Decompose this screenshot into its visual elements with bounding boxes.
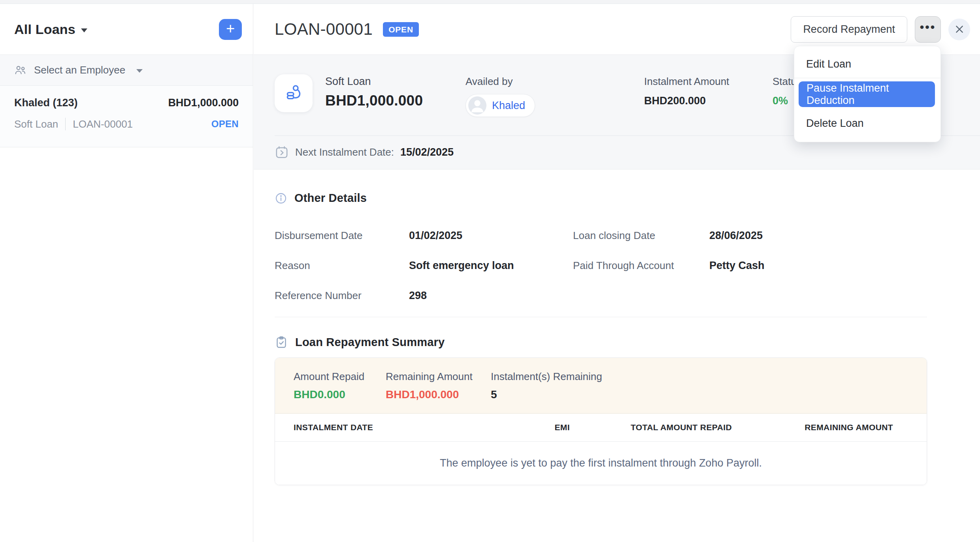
other-details-title: Other Details bbox=[294, 192, 367, 205]
people-icon bbox=[14, 64, 27, 77]
stat-instalments-remaining: Instalment(s) Remaining 5 bbox=[491, 371, 602, 401]
loan-type: Soft Loan bbox=[14, 118, 58, 130]
field-label: Reference Number bbox=[275, 290, 409, 302]
repayment-summary-header: Loan Repayment Summary bbox=[275, 335, 927, 349]
field-label: Loan closing Date bbox=[573, 230, 709, 242]
loans-filter-dropdown[interactable]: All Loans bbox=[14, 22, 87, 37]
field-label: Paid Through Account bbox=[573, 260, 709, 272]
sidebar-title: All Loans bbox=[14, 22, 75, 37]
record-repayment-button[interactable]: Record Repayment bbox=[791, 16, 907, 43]
clipboard-check-icon bbox=[275, 335, 288, 349]
repayment-stats: Amount Repaid BHD0.000 Remaining Amount … bbox=[275, 358, 927, 413]
close-icon bbox=[954, 24, 965, 34]
column-header: TOTAL AMOUNT REPAID bbox=[570, 423, 732, 432]
more-actions-button[interactable]: ••• bbox=[915, 16, 941, 43]
field-value: 298 bbox=[409, 290, 573, 302]
divider bbox=[275, 317, 927, 317]
info-icon bbox=[275, 192, 287, 205]
header-actions: Record Repayment ••• bbox=[791, 16, 970, 43]
plus-icon: + bbox=[226, 21, 235, 36]
instalment-amount-label: Instalment Amount bbox=[644, 75, 729, 88]
user-icon bbox=[468, 96, 486, 115]
page-title: LOAN-00001 bbox=[275, 20, 373, 39]
status-badge: OPEN bbox=[383, 22, 419, 37]
instalment-amount-group: Instalment Amount BHD200.000 bbox=[644, 75, 729, 107]
menu-item-delete-loan[interactable]: Delete Loan bbox=[794, 111, 940, 136]
loan-amount-value: BHD1,000.000 bbox=[325, 92, 423, 109]
stat-value: BHD1,000.000 bbox=[386, 388, 491, 401]
stat-label: Remaining Amount bbox=[386, 371, 491, 383]
add-loan-button[interactable]: + bbox=[219, 19, 242, 40]
field-value: 28/06/2025 bbox=[709, 230, 927, 242]
more-actions-menu: Edit Loan Pause Instalment Deduction Del… bbox=[794, 46, 941, 142]
loan-item-row-secondary: Soft Loan LOAN-00001 OPEN bbox=[14, 118, 239, 130]
close-button[interactable] bbox=[948, 19, 970, 40]
divider bbox=[65, 118, 66, 130]
divider bbox=[794, 78, 940, 78]
loan-amount: BHD1,000.000 bbox=[168, 97, 239, 109]
chevron-down-icon bbox=[81, 28, 87, 32]
loan-status-badge: OPEN bbox=[211, 119, 239, 130]
loan-icon-tile bbox=[275, 74, 313, 112]
menu-item-edit-loan[interactable]: Edit Loan bbox=[794, 52, 940, 76]
loan-detail-content: Other Details Disbursement Date 01/02/20… bbox=[254, 169, 980, 542]
field-value: 01/02/2025 bbox=[409, 230, 573, 242]
loan-item-row-primary: Khaled (123) BHD1,000.000 bbox=[14, 97, 239, 109]
employee-link[interactable]: Khaled bbox=[492, 100, 525, 112]
stat-value: 5 bbox=[491, 388, 602, 401]
stat-label: Amount Repaid bbox=[294, 371, 386, 383]
other-details-header: Other Details bbox=[275, 192, 927, 205]
field-label: Reason bbox=[275, 260, 409, 272]
next-instalment-label: Next Instalment Date: bbox=[295, 146, 394, 158]
field-label: Disbursement Date bbox=[275, 230, 409, 242]
column-header: INSTALMENT DATE bbox=[294, 423, 460, 432]
stat-label: Instalment(s) Remaining bbox=[491, 371, 602, 383]
sidebar-header: All Loans + bbox=[0, 4, 253, 55]
money-bag-icon bbox=[284, 83, 303, 103]
loan-type-label: Soft Loan bbox=[325, 75, 423, 88]
loan-amount-group: Soft Loan BHD1,000.000 bbox=[325, 75, 423, 109]
repayment-summary-card: Amount Repaid BHD0.000 Remaining Amount … bbox=[275, 358, 927, 485]
loan-details-screen: All Loans + Select an Employee Khaled (1… bbox=[0, 0, 980, 542]
employee-filter-dropdown[interactable]: Select an Employee bbox=[0, 55, 253, 86]
field-value: Petty Cash bbox=[709, 260, 927, 272]
stat-remaining-amount: Remaining Amount BHD1,000.000 bbox=[386, 371, 491, 401]
avatar bbox=[468, 96, 486, 115]
employee-chip[interactable]: Khaled bbox=[466, 94, 535, 117]
employee-name: Khaled (123) bbox=[14, 97, 78, 109]
stat-amount-repaid: Amount Repaid BHD0.000 bbox=[294, 371, 386, 401]
availed-by-label: Availed by bbox=[466, 75, 535, 88]
repayment-summary-title: Loan Repayment Summary bbox=[295, 336, 445, 349]
employee-filter-label: Select an Employee bbox=[34, 64, 125, 76]
other-details-grid: Disbursement Date 01/02/2025 Loan closin… bbox=[275, 220, 927, 311]
repayment-table-header: INSTALMENT DATE EMI TOTAL AMOUNT REPAID … bbox=[275, 413, 927, 442]
field-value: Soft emergency loan bbox=[409, 260, 573, 272]
chevron-down-icon bbox=[136, 69, 143, 73]
instalment-amount-value: BHD200.000 bbox=[644, 95, 729, 107]
empty-state-message: The employee is yet to pay the first ins… bbox=[440, 457, 762, 469]
column-header: REMAINING AMOUNT bbox=[732, 423, 893, 432]
next-instalment-row: Next Instalment Date: 15/02/2025 bbox=[275, 145, 454, 159]
calendar-next-icon bbox=[275, 145, 289, 159]
top-strip bbox=[0, 0, 980, 4]
availed-by-group: Availed by Khaled bbox=[466, 75, 535, 117]
loan-list-item[interactable]: Khaled (123) BHD1,000.000 Soft Loan LOAN… bbox=[0, 86, 253, 147]
repayment-table-empty-state: The employee is yet to pay the first ins… bbox=[275, 442, 927, 485]
menu-item-pause-instalment-deduction[interactable]: Pause Instalment Deduction bbox=[799, 81, 935, 107]
loans-sidebar: All Loans + Select an Employee Khaled (1… bbox=[0, 4, 253, 542]
column-header: EMI bbox=[460, 423, 570, 432]
next-instalment-date: 15/02/2025 bbox=[400, 146, 454, 158]
loan-number: LOAN-00001 bbox=[73, 118, 133, 130]
stat-value: BHD0.000 bbox=[294, 388, 386, 401]
